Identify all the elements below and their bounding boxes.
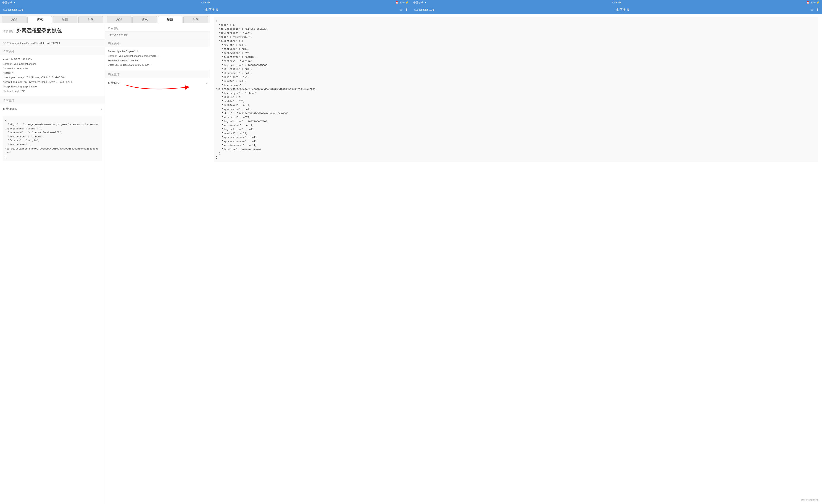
nav-bar-left: ‹ 114.55.55.191 抓包详情 ☆ ⬆ <box>0 5 411 14</box>
alarm-icon-left: ⏰ <box>395 1 399 4</box>
tab-response-left[interactable]: 响应 <box>53 16 78 23</box>
header-line-8: Content-Length: 241 <box>3 89 102 94</box>
view-response-label: 查看响应 <box>108 81 120 85</box>
nav-title-right: 抓包详情 <box>436 8 809 12</box>
wifi-icon-right: ▲ <box>424 1 427 4</box>
star-icon-left[interactable]: ☆ <box>399 8 403 12</box>
resp-header-line-2: Content-Type: application/json;charset=U… <box>108 54 207 58</box>
header-line-2: Content-Type: application/json <box>3 62 102 66</box>
response-status-section: HTTP/1.1 200 OK <box>105 31 210 39</box>
view-response-chevron: › <box>206 81 207 85</box>
back-label-left: 114.55.55.191 <box>4 8 23 11</box>
tab-time-left[interactable]: 时间 <box>78 16 103 23</box>
request-info-label: 请求信息 <box>3 29 14 33</box>
request-headers-label: 请求头部 <box>0 47 105 55</box>
response-status: HTTP/1.1 200 OK <box>108 34 207 36</box>
tab-overview-middle[interactable]: 总览 <box>107 16 131 23</box>
view-json-label: 查看 JSON <box>3 107 17 111</box>
status-bar-left: 中国移动 ▲ 5:39 PM ⏰ 22% ⚡ <box>0 0 411 5</box>
back-label-right: 114.55.55.191 <box>415 8 434 11</box>
back-chevron-right: ‹ <box>414 8 415 11</box>
carrier-right: 中国移动 <box>413 1 423 4</box>
back-button-left[interactable]: ‹ 114.55.55.191 <box>3 8 23 11</box>
resp-header-line-3: Transfer-Encoding: chunked <box>108 58 207 63</box>
main-title: 外网远程登录的抓包 <box>16 27 62 34</box>
request-url: POST /boneylink/cust/recordClientInfo.do… <box>3 42 102 44</box>
view-response-row[interactable]: 查看响应 › <box>105 78 210 88</box>
resp-header-line-1: Server: Apache-Coyote/1.1 <box>108 49 207 54</box>
view-json-row[interactable]: 查看 JSON › <box>0 104 105 114</box>
back-button-right[interactable]: ‹ 114.55.55.191 <box>414 8 434 11</box>
battery-icon-left: ⚡ <box>406 1 409 4</box>
nav-title-left: 抓包详情 <box>25 8 398 12</box>
share-icon-left[interactable]: ⬆ <box>405 8 408 12</box>
tab-response-middle[interactable]: 响应 <box>158 16 183 23</box>
time-right: 5:39 PM <box>612 1 621 4</box>
back-chevron-left: ‹ <box>3 8 4 11</box>
tab-request-middle[interactable]: 请求 <box>132 16 157 23</box>
status-bar-right: 中国移动 ▲ 5:39 PM ⏰ 22% ⚡ <box>411 0 822 5</box>
request-headers-content: Host: 114.55.55.191:8989 Content-Type: a… <box>0 55 105 96</box>
header-line-5: User-Agent: boney/1.7.1 (iPhone; iOS 14.… <box>3 75 102 80</box>
response-info-label: 响应信息 <box>108 26 207 30</box>
response-headers-label: 响应头部 <box>105 39 210 47</box>
tab-time-middle[interactable]: 时间 <box>183 16 208 23</box>
battery-right: 22% <box>811 1 816 4</box>
share-icon-right[interactable]: ⬆ <box>816 8 819 12</box>
main-title-section: 请求信息 外网远程登录的抓包 <box>0 23 105 39</box>
tab-bar-middle: 总览 请求 响应 时间 <box>105 14 210 23</box>
alarm-icon-right: ⏰ <box>806 1 810 4</box>
star-icon-right[interactable]: ☆ <box>810 8 814 12</box>
time-left: 5:39 PM <box>201 1 210 4</box>
request-body-label: 请求主体 <box>0 96 105 104</box>
header-line-6: Accept-Language: en-CN;q=1, zh-Hans-CN;q… <box>3 80 102 84</box>
request-url-section: POST /boneylink/cust/recordClientInfo.do… <box>0 39 105 47</box>
nav-bar-right: ‹ 114.55.55.191 抓包详情 ☆ ⬆ <box>411 5 822 14</box>
header-line-3: Connection: keep-alive <box>3 66 102 71</box>
panel-middle: 总览 请求 响应 时间 响应信息 HTTP/1.1 200 OK 响应头部 Se… <box>105 14 210 504</box>
resp-header-line-4: Date: Sat, 26 Dec 2020 15:56:29 GMT <box>108 63 207 67</box>
response-headers-content: Server: Apache-Coyote/1.1 Content-Type: … <box>105 47 210 70</box>
header-line-4: Accept: */* <box>3 71 102 75</box>
body-json-content: { "zk_id" : "D2R9QRgDs5PbouzGscJv4jt7yGF… <box>3 116 102 161</box>
tab-bar-left: 总览 请求 响应 时间 <box>0 14 105 23</box>
response-info-section: 响应信息 <box>105 23 210 31</box>
header-line-1: Host: 114.55.55.191:8989 <box>3 57 102 62</box>
battery-icon-right: ⚡ <box>817 1 820 4</box>
response-json-content: { "code" : 1, "zk_lastserip" : "114.55.5… <box>214 17 818 162</box>
carrier-left: 中国移动 <box>2 1 12 4</box>
tab-request-left[interactable]: 请求 <box>27 16 52 23</box>
watermark: 蜻蜓资源技术论坛 <box>800 498 820 502</box>
body-json-section: { "zk_id" : "D2R9QRgDs5PbouzGscJv4jt7yGF… <box>0 114 105 163</box>
panel-left: 总览 请求 响应 时间 请求信息 外网远程登录的抓包 POST /boneyli… <box>0 14 105 504</box>
panel-right: { "code" : 1, "zk_lastserip" : "114.55.5… <box>210 14 822 504</box>
view-json-chevron: › <box>101 107 102 111</box>
battery-left: 22% <box>400 1 405 4</box>
wifi-icon-left: ▲ <box>13 1 16 4</box>
response-body-label: 响应主体 <box>105 70 210 78</box>
tab-overview-left[interactable]: 总览 <box>2 16 26 23</box>
header-line-7: Accept-Encoding: gzip, deflate <box>3 84 102 89</box>
